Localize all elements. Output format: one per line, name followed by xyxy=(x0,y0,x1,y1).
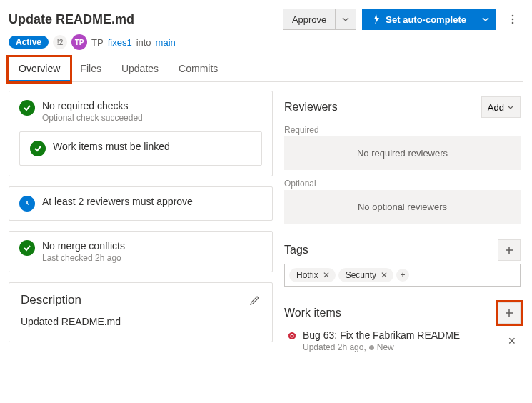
checks-summary-sub: Optional check succeeded xyxy=(42,113,143,123)
plus-icon xyxy=(504,308,514,318)
plus-icon xyxy=(504,245,514,255)
merge-check-sub: Last checked 2h ago xyxy=(42,253,125,263)
author-code: TP xyxy=(91,37,104,48)
more-actions-button[interactable] xyxy=(502,9,523,30)
approve-group: Approve xyxy=(283,9,356,30)
clock-icon xyxy=(19,196,35,212)
iteration-badge[interactable]: !2 xyxy=(53,35,67,49)
author-avatar[interactable]: TP xyxy=(71,34,87,50)
tabs: Overview Files Updates Commits xyxy=(9,57,523,82)
autocomplete-group: Set auto-complete xyxy=(362,9,496,30)
set-auto-complete-button[interactable]: Set auto-complete xyxy=(362,9,475,30)
auto-complete-caret[interactable] xyxy=(475,9,496,30)
inline-add-tag-button[interactable]: + xyxy=(396,269,409,282)
description-card: Description Updated README.md xyxy=(9,282,273,342)
work-item-row[interactable]: Bug 63: Fix the Fabrikam README Updated … xyxy=(284,327,521,352)
approve-button[interactable]: Approve xyxy=(283,9,335,30)
edit-description-button[interactable] xyxy=(249,294,261,306)
work-item-title: Bug 63: Fix the Fabrikam README xyxy=(303,329,460,341)
add-work-item-button[interactable] xyxy=(498,302,521,324)
svg-point-2 xyxy=(512,22,514,24)
page-title: Update README.md xyxy=(9,12,277,27)
tab-commits[interactable]: Commits xyxy=(169,57,228,81)
add-tag-button[interactable] xyxy=(498,239,521,261)
reviewers-check-card: At least 2 reviewers must approve xyxy=(9,186,273,221)
svg-point-6 xyxy=(291,335,293,337)
chevron-down-icon xyxy=(482,16,489,23)
checks-card: No required checks Optional check succee… xyxy=(9,91,273,176)
required-reviewers-placeholder: No required reviewers xyxy=(284,136,521,170)
target-branch-link[interactable]: main xyxy=(156,37,176,48)
tags-section: Tags Hotfix ✕ Security ✕ + xyxy=(284,234,521,287)
optional-reviewers-placeholder: No optional reviewers xyxy=(284,190,521,224)
tag-input-row[interactable]: Hotfix ✕ Security ✕ + xyxy=(284,264,521,287)
state-dot-icon xyxy=(369,345,374,350)
work-items-check: Work items must be linked xyxy=(53,141,170,152)
chevron-down-icon xyxy=(507,104,514,111)
description-body: Updated README.md xyxy=(21,316,261,327)
reviewers-heading: Reviewers xyxy=(284,101,481,114)
remove-tag-button[interactable]: ✕ xyxy=(379,270,389,280)
reviewers-section: Reviewers Add Required No required revie… xyxy=(284,91,521,224)
check-ok-icon xyxy=(19,240,35,256)
svg-point-0 xyxy=(512,15,514,17)
merge-check-title: No merge conflicts xyxy=(42,240,125,252)
checks-summary-title: No required checks xyxy=(42,100,143,111)
pencil-icon xyxy=(249,294,261,306)
kebab-icon xyxy=(508,14,518,24)
tags-heading: Tags xyxy=(284,244,498,257)
work-item-updated: Updated 2h ago, xyxy=(303,342,366,352)
reviewers-check-title: At least 2 reviewers must approve xyxy=(42,196,193,207)
work-items-section: Work items Bug 63: Fix the Fabrikam READ… xyxy=(284,297,521,352)
required-label: Required xyxy=(284,121,521,136)
description-heading: Description xyxy=(21,293,249,307)
work-item-state: New xyxy=(377,342,394,352)
work-items-heading: Work items xyxy=(284,307,498,319)
remove-tag-button[interactable]: ✕ xyxy=(321,270,331,280)
check-ok-icon xyxy=(19,100,35,116)
check-ok-icon xyxy=(30,141,46,156)
source-branch-link[interactable]: fixes1 xyxy=(108,37,132,48)
optional-label: Optional xyxy=(284,170,521,190)
tab-updates[interactable]: Updates xyxy=(111,57,169,81)
bug-icon xyxy=(287,331,297,341)
into-label: into xyxy=(136,37,151,48)
approve-caret[interactable] xyxy=(335,9,356,30)
tag-chip: Hotfix ✕ xyxy=(289,268,336,282)
remove-work-item-button[interactable]: ✕ xyxy=(508,329,521,347)
chevron-down-icon xyxy=(342,16,349,23)
pr-meta: Active !2 TP TP fixes1 into main xyxy=(9,34,523,57)
add-reviewer-button[interactable]: Add xyxy=(481,96,521,118)
status-badge: Active xyxy=(9,36,49,49)
auto-complete-icon xyxy=(371,14,381,24)
tab-overview[interactable]: Overview xyxy=(9,57,70,81)
merge-check-card: No merge conflicts Last checked 2h ago xyxy=(9,231,273,272)
tag-chip: Security ✕ xyxy=(338,268,393,282)
tab-files[interactable]: Files xyxy=(70,57,111,81)
svg-point-1 xyxy=(512,19,514,21)
